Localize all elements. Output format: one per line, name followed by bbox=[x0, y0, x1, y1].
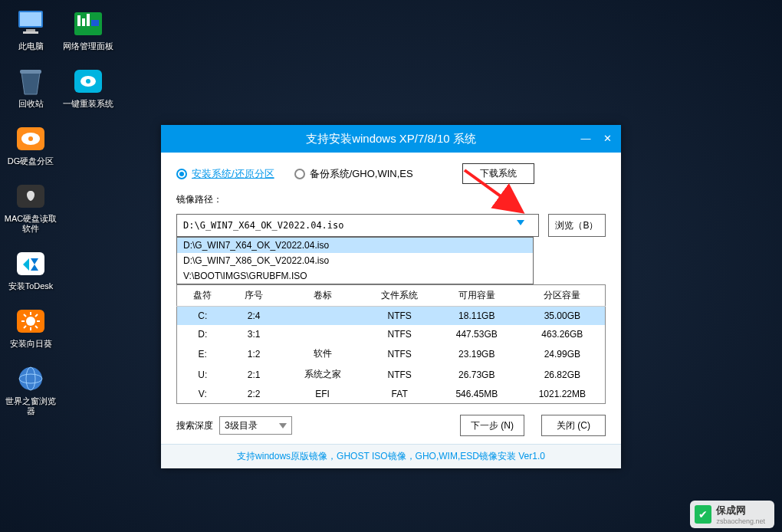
installer-window: 支持安装windows XP/7/8/10 系统 — ✕ 安装系统/还原分区 备… bbox=[161, 125, 621, 468]
image-path-row: 浏览（B） D:\G_WIN7_X64_OK_V2022.04.iso D:\G… bbox=[176, 214, 606, 237]
table-cell: 26.73GB bbox=[434, 364, 520, 385]
dropdown-caret-icon[interactable] bbox=[517, 220, 524, 225]
mac-icon bbox=[12, 180, 49, 212]
table-cell: NTFS bbox=[365, 325, 433, 343]
table-cell: V: bbox=[177, 385, 228, 404]
table-cell: 24.99GB bbox=[520, 343, 606, 364]
th-free: 可用容量 bbox=[434, 285, 520, 307]
table-cell: 软件 bbox=[280, 343, 366, 364]
dg-icon bbox=[12, 123, 49, 155]
radio-install[interactable]: 安装系统/还原分区 bbox=[176, 167, 274, 181]
window-title: 支持安装windows XP/7/8/10 系统 bbox=[306, 132, 476, 146]
desktop-icon-label: 网络管理面板 bbox=[63, 41, 113, 51]
svg-rect-4 bbox=[20, 70, 41, 74]
desktop-icon-reinstall[interactable]: 一键重装系统 bbox=[61, 65, 115, 109]
image-path-input[interactable] bbox=[176, 214, 539, 237]
desktop-icon-sunflower[interactable]: 安装向日葵 bbox=[4, 305, 58, 349]
pc-icon bbox=[12, 8, 49, 40]
minimize-button[interactable]: — bbox=[577, 130, 595, 146]
depth-value: 3级目录 bbox=[225, 419, 258, 432]
table-cell: 2:1 bbox=[228, 364, 280, 385]
bottom-controls: 搜索深度 3级目录 下一步 (N) 关闭 (C) bbox=[176, 415, 606, 436]
table-cell: EFI bbox=[280, 385, 366, 404]
desktop-icon-todesk[interactable]: 安装ToDesk bbox=[4, 248, 58, 291]
next-button[interactable]: 下一步 (N) bbox=[460, 415, 524, 436]
table-header-row: 盘符 序号 卷标 文件系统 可用容量 分区容量 bbox=[177, 285, 606, 307]
watermark-sub: zsbaocheng.net bbox=[716, 517, 765, 525]
svg-rect-24 bbox=[77, 15, 80, 26]
footer-text: 支持windows原版镜像，GHOST ISO镜像，GHO,WIM,ESD镜像安… bbox=[161, 444, 621, 468]
dropdown-item[interactable]: D:\G_WIN7_X64_OK_V2022.04.iso bbox=[177, 238, 533, 253]
table-cell: 447.53GB bbox=[434, 325, 520, 343]
todesk-icon bbox=[12, 248, 49, 280]
svg-rect-27 bbox=[91, 20, 99, 26]
image-path-dropdown: D:\G_WIN7_X64_OK_V2022.04.iso D:\G_WIN7_… bbox=[176, 237, 534, 284]
radio-label: 安装系统/还原分区 bbox=[192, 167, 274, 181]
close-dialog-button[interactable]: 关闭 (C) bbox=[541, 415, 606, 436]
table-cell: FAT bbox=[365, 385, 433, 404]
browse-button[interactable]: 浏览（B） bbox=[548, 214, 606, 237]
svg-point-20 bbox=[19, 367, 42, 390]
table-cell: NTFS bbox=[365, 364, 433, 385]
desktop-icon-bin[interactable]: 回收站 bbox=[4, 65, 58, 109]
titlebar[interactable]: 支持安装windows XP/7/8/10 系统 — ✕ bbox=[161, 125, 621, 153]
table-cell: U: bbox=[177, 364, 228, 385]
watermark-main: 保成网 bbox=[716, 504, 746, 517]
dropdown-item[interactable]: V:\BOOT\IMGS\GRUBFM.ISO bbox=[177, 268, 533, 284]
table-cell bbox=[280, 325, 366, 343]
sunflower-icon bbox=[12, 305, 49, 337]
desktop-icon-globe[interactable]: 世界之窗浏览器 bbox=[4, 363, 58, 416]
table-row[interactable]: U:2:1系统之家NTFS26.73GB26.82GB bbox=[177, 364, 606, 385]
svg-point-30 bbox=[86, 79, 90, 84]
svg-rect-3 bbox=[23, 31, 38, 34]
download-system-button[interactable]: 下载系统 bbox=[462, 163, 534, 184]
desktop-icon-netpanel[interactable]: 网络管理面板 bbox=[61, 8, 115, 51]
th-total: 分区容量 bbox=[520, 285, 606, 307]
table-row[interactable]: D:3:1NTFS447.53GB463.26GB bbox=[177, 325, 606, 343]
table-cell bbox=[280, 307, 366, 326]
desktop-icon-label: 安装向日葵 bbox=[10, 339, 52, 349]
table-cell: 463.26GB bbox=[520, 325, 606, 343]
table-cell: 系统之家 bbox=[280, 364, 366, 385]
radio-icon bbox=[294, 169, 305, 179]
svg-rect-1 bbox=[20, 12, 41, 26]
window-body: 安装系统/还原分区 备份系统/GHO,WIN,ES 下载系统 镜像路径： 浏览（… bbox=[161, 153, 621, 444]
desktop-icon-label: 回收站 bbox=[18, 99, 44, 109]
depth-label: 搜索深度 bbox=[176, 419, 213, 432]
close-button[interactable]: ✕ bbox=[598, 130, 616, 146]
desktop-icon-label: DG硬盘分区 bbox=[8, 156, 54, 166]
desktop-icon-label: MAC硬盘读取软件 bbox=[4, 214, 58, 234]
watermark: ✔ 保成网 zsbaocheng.net bbox=[690, 501, 774, 528]
table-cell: 35.00GB bbox=[520, 307, 606, 326]
desktop-icon-mac[interactable]: MAC硬盘读取软件 bbox=[4, 180, 58, 234]
table-cell: 546.45MB bbox=[434, 385, 520, 404]
table-row[interactable]: V:2:2EFIFAT546.45MB1021.22MB bbox=[177, 385, 606, 404]
depth-select[interactable]: 3级目录 bbox=[219, 416, 292, 435]
desktop-icons-col1: 此电脑 回收站 DG硬盘分区 MAC硬盘读取软件 安装ToDesk 安装向日葵 … bbox=[4, 8, 58, 430]
partition-table: 盘符 序号 卷标 文件系统 可用容量 分区容量 C:2:4NTFS18.11GB… bbox=[176, 284, 606, 404]
th-idx: 序号 bbox=[228, 285, 280, 307]
radio-icon bbox=[176, 169, 187, 179]
svg-rect-25 bbox=[82, 18, 85, 26]
table-cell: 2:2 bbox=[228, 385, 280, 404]
table-cell: 3:1 bbox=[228, 325, 280, 343]
table-cell: 1021.22MB bbox=[520, 385, 606, 404]
table-cell: NTFS bbox=[365, 307, 433, 326]
desktop-icon-label: 此电脑 bbox=[18, 41, 44, 51]
table-cell: 2:4 bbox=[228, 307, 280, 326]
table-cell: C: bbox=[177, 307, 228, 326]
svg-point-11 bbox=[26, 317, 35, 326]
desktop-icon-label: 一键重装系统 bbox=[63, 99, 113, 109]
desktop-icon-dg[interactable]: DG硬盘分区 bbox=[4, 123, 58, 166]
radio-backup[interactable]: 备份系统/GHO,WIN,ES bbox=[294, 167, 413, 181]
dropdown-item[interactable]: D:\G_WIN7_X86_OK_V2022.04.iso bbox=[177, 253, 533, 268]
desktop-icons-col2: 网络管理面板 一键重装系统 bbox=[61, 8, 115, 123]
table-row[interactable]: E:1:2软件NTFS23.19GB24.99GB bbox=[177, 343, 606, 364]
desktop-icon-pc[interactable]: 此电脑 bbox=[4, 8, 58, 51]
th-drive: 盘符 bbox=[177, 285, 228, 307]
image-path-label: 镜像路径： bbox=[176, 193, 606, 206]
table-cell: 26.82GB bbox=[520, 364, 606, 385]
table-row[interactable]: C:2:4NTFS18.11GB35.00GB bbox=[177, 307, 606, 326]
svg-rect-9 bbox=[17, 252, 44, 275]
mode-row: 安装系统/还原分区 备份系统/GHO,WIN,ES 下载系统 bbox=[176, 163, 606, 184]
